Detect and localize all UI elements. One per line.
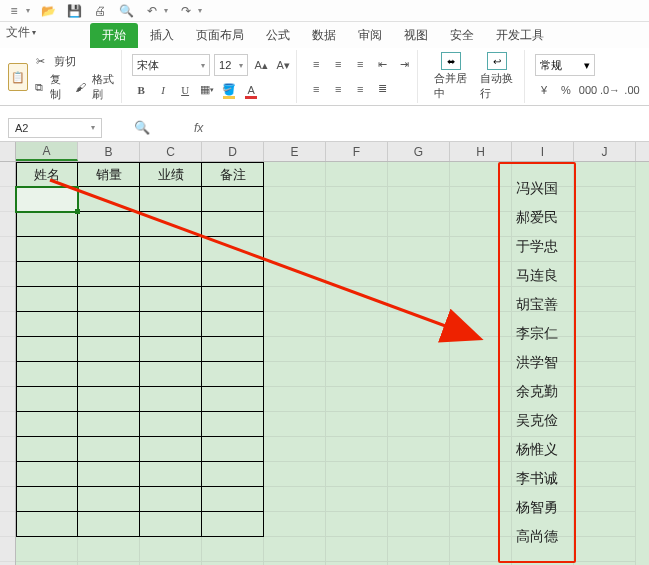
- cell[interactable]: [78, 362, 140, 387]
- cell[interactable]: [326, 412, 388, 437]
- cell[interactable]: [388, 337, 450, 362]
- currency-icon[interactable]: ¥: [535, 81, 553, 99]
- col-header-A[interactable]: A: [16, 142, 78, 161]
- cell[interactable]: [202, 387, 264, 412]
- italic-button[interactable]: I: [154, 81, 172, 99]
- dec-inc-icon[interactable]: .0→: [601, 81, 619, 99]
- cell[interactable]: [326, 187, 388, 212]
- cell[interactable]: [140, 437, 202, 462]
- col-header-I[interactable]: I: [512, 142, 574, 161]
- cell[interactable]: [326, 462, 388, 487]
- cell[interactable]: 业绩: [140, 162, 202, 187]
- comma-icon[interactable]: 000: [579, 81, 597, 99]
- cell[interactable]: [326, 437, 388, 462]
- cell[interactable]: [574, 537, 636, 562]
- cell[interactable]: [78, 337, 140, 362]
- tab-4[interactable]: 数据: [302, 23, 346, 48]
- cell[interactable]: 备注: [202, 162, 264, 187]
- cell[interactable]: [202, 412, 264, 437]
- cell[interactable]: [202, 437, 264, 462]
- cell[interactable]: [78, 462, 140, 487]
- percent-icon[interactable]: %: [557, 81, 575, 99]
- cell[interactable]: [140, 237, 202, 262]
- cell[interactable]: [574, 512, 636, 537]
- fill-color-button[interactable]: 🪣: [220, 81, 238, 99]
- cell[interactable]: [326, 162, 388, 187]
- cell[interactable]: [388, 212, 450, 237]
- lookup-icon[interactable]: 🔍: [134, 120, 150, 135]
- cell[interactable]: [16, 337, 78, 362]
- tab-7[interactable]: 安全: [440, 23, 484, 48]
- print-icon[interactable]: 🖨: [92, 3, 108, 19]
- cell[interactable]: [264, 287, 326, 312]
- cell[interactable]: [574, 262, 636, 287]
- tab-2[interactable]: 页面布局: [186, 23, 254, 48]
- menu-icon[interactable]: ≡: [6, 3, 22, 19]
- cell[interactable]: [264, 162, 326, 187]
- open-icon[interactable]: 📂: [40, 3, 56, 19]
- cell[interactable]: [78, 487, 140, 512]
- cell[interactable]: [264, 462, 326, 487]
- cell[interactable]: [574, 212, 636, 237]
- cell[interactable]: 销量: [78, 162, 140, 187]
- tab-8[interactable]: 开发工具: [486, 23, 554, 48]
- cell[interactable]: [16, 487, 78, 512]
- cell[interactable]: [388, 162, 450, 187]
- cell[interactable]: [264, 387, 326, 412]
- col-header-H[interactable]: H: [450, 142, 512, 161]
- cell[interactable]: [574, 337, 636, 362]
- cell[interactable]: [202, 487, 264, 512]
- cell[interactable]: [140, 187, 202, 212]
- dec-dec-icon[interactable]: .00: [623, 81, 641, 99]
- cell[interactable]: [78, 537, 140, 562]
- cell[interactable]: [264, 212, 326, 237]
- indent-dec-icon[interactable]: ⇤: [373, 55, 391, 73]
- col-header-J[interactable]: J: [574, 142, 636, 161]
- cell[interactable]: [140, 412, 202, 437]
- cell[interactable]: [140, 262, 202, 287]
- preview-icon[interactable]: 🔍: [118, 3, 134, 19]
- cell[interactable]: [202, 312, 264, 337]
- cell[interactable]: [16, 312, 78, 337]
- save-icon[interactable]: 💾: [66, 3, 82, 19]
- align-right-icon[interactable]: ≡: [351, 80, 369, 98]
- cell[interactable]: [574, 237, 636, 262]
- cell[interactable]: [388, 537, 450, 562]
- cell[interactable]: [78, 287, 140, 312]
- tab-0[interactable]: 开始: [90, 23, 138, 48]
- cell[interactable]: [574, 287, 636, 312]
- paste-icon[interactable]: 📋: [8, 63, 28, 91]
- font-color-button[interactable]: A: [242, 81, 260, 99]
- cell[interactable]: [16, 212, 78, 237]
- wrap-text-button[interactable]: ↩ 自动换行: [474, 50, 520, 103]
- cell[interactable]: [388, 287, 450, 312]
- underline-button[interactable]: U: [176, 81, 194, 99]
- cut-button[interactable]: ✂ 剪切: [32, 52, 117, 70]
- cell[interactable]: [202, 462, 264, 487]
- cell[interactable]: [574, 312, 636, 337]
- cell[interactable]: [574, 362, 636, 387]
- cell[interactable]: [16, 187, 78, 212]
- cell[interactable]: [388, 312, 450, 337]
- cell[interactable]: [574, 412, 636, 437]
- cell[interactable]: [264, 362, 326, 387]
- redo-icon[interactable]: ↷: [178, 3, 194, 19]
- cell[interactable]: [202, 537, 264, 562]
- cell[interactable]: [16, 512, 78, 537]
- col-header-F[interactable]: F: [326, 142, 388, 161]
- cell[interactable]: [264, 512, 326, 537]
- cell[interactable]: [140, 462, 202, 487]
- cell[interactable]: [326, 237, 388, 262]
- cell[interactable]: [326, 312, 388, 337]
- justify-icon[interactable]: ≣: [373, 80, 391, 98]
- tab-6[interactable]: 视图: [394, 23, 438, 48]
- cell[interactable]: [202, 262, 264, 287]
- cell[interactable]: [388, 412, 450, 437]
- name-box[interactable]: A2▾: [8, 118, 102, 138]
- cell[interactable]: [326, 287, 388, 312]
- cell[interactable]: [574, 487, 636, 512]
- indent-inc-icon[interactable]: ⇥: [395, 55, 413, 73]
- cell[interactable]: [16, 362, 78, 387]
- cell[interactable]: [140, 362, 202, 387]
- cell[interactable]: [16, 287, 78, 312]
